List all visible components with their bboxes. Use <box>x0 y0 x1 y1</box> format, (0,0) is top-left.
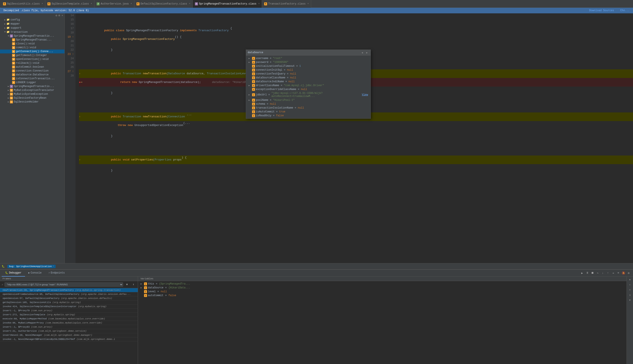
close-icon[interactable]: × <box>62 14 63 17</box>
popup-item-password[interactable]: ▶ i password = "19890506" <box>246 60 371 64</box>
resume-button[interactable]: ▶ <box>579 270 585 276</box>
copy-button[interactable]: ⬆ <box>131 282 136 287</box>
layout-icon[interactable]: ⊞ <box>59 14 60 17</box>
popup-eq-poolname: = <box>270 99 271 102</box>
sidebar-item-config[interactable]: ▶ 📁 config <box>0 18 65 22</box>
popup-item-conntestquery[interactable]: i connectionTestQuery = null <box>246 72 371 76</box>
sidebar-item-method-constructor[interactable]: m SpringManagedTransac... <box>0 38 65 42</box>
var-item-datasource[interactable]: ▶ i dataSource = {HikariData... <box>138 286 626 290</box>
filter-button[interactable]: ▼ <box>124 282 130 287</box>
sidebar-item-method-commit[interactable]: m commit():void <box>0 46 65 50</box>
popup-val-conntestquery: null <box>290 72 296 76</box>
tab-close-sqlsessionutils[interactable]: × <box>42 2 43 5</box>
popup-nav-forward[interactable]: ▶ <box>365 50 369 54</box>
stop-button[interactable]: ⏹ <box>590 270 595 276</box>
sidebar-item-field-connection[interactable]: f connection:Connection <box>0 69 65 73</box>
popup-item-datasourcejndi[interactable]: i dataSourceJndiName = null <box>246 80 371 84</box>
var-item-autocommit[interactable]: i autoCommit = false <box>138 294 626 298</box>
step-out-button[interactable]: ↑ <box>605 270 610 276</box>
frame-item-0[interactable]: newTransaction:39, SpringManagedTransact… <box>0 288 138 292</box>
gear-icon[interactable]: ⚙ <box>56 14 57 17</box>
debug-tab-debugger[interactable]: 🐛 Debugger <box>2 270 25 276</box>
popup-nav-back[interactable]: ◀ <box>360 50 364 54</box>
scroll-down-btn[interactable]: ▼ <box>628 298 632 302</box>
tab-close-authorservice[interactable]: × <box>131 2 132 5</box>
sidebar-item-method-openconnection[interactable]: m openConnection():void <box>0 57 65 61</box>
run-to-cursor-button[interactable]: ⇥ <box>610 270 616 276</box>
popup-item-isautocommit[interactable]: i isAutoCommit = true <box>246 110 371 114</box>
session-close[interactable]: × <box>53 265 54 268</box>
sidebar-item-mapper[interactable]: ▶ 📁 mapper <box>0 22 65 26</box>
step-over-button[interactable]: ↷ <box>595 270 600 276</box>
sidebar-item-method-close[interactable]: m close():void <box>0 42 65 46</box>
step-into-button[interactable]: ↓ <box>600 270 605 276</box>
scroll-info-btn[interactable]: ℹ <box>628 293 632 297</box>
popup-item-isreadonly[interactable]: i isReadOnly = false <box>246 114 371 118</box>
pause-button[interactable]: ⏸ <box>585 270 590 276</box>
popup-item-schema[interactable]: i schema = null <box>246 102 371 106</box>
frame-item-9[interactable]: insert:-1, $Proxy83 (com.sun.proxy) <box>0 325 138 329</box>
popup-item-conninitsql[interactable]: i connectionInitSql = null <box>246 68 371 72</box>
sidebar-item-springmanagedtransaction2[interactable]: ▶ I SpringManagedTransactio... <box>0 84 65 88</box>
popup-item-initfailtimeout[interactable]: i initializationFailTimeout = 1 <box>246 64 371 68</box>
frame-item-7[interactable]: execute:60, MyBatisMapperMethod (com.bao… <box>0 317 138 321</box>
choose-link[interactable]: Cho... <box>620 9 629 12</box>
frame-item-11[interactable]: insertNovel:28, NovelManager (com.mljk.s… <box>0 333 138 337</box>
frame-item-8[interactable]: invoke:96, MyBatisMapperProxy (com.baomi… <box>0 321 138 325</box>
frame-item-2[interactable]: openSession:57, DefaultSqlSessionFactory… <box>0 296 138 300</box>
sidebar-item-sqlsessionfactory[interactable]: ▶ C SqlSessionFactoryBean <box>0 96 65 100</box>
tab-close-sqlsessiontemplate[interactable]: × <box>91 2 92 5</box>
sidebar-item-sqlsessionholder[interactable]: ▶ C SqlSessionHolder <box>0 100 65 104</box>
sidebar-item-field-isconnection[interactable]: f isConnectionTransactio... <box>0 77 65 80</box>
scroll-copy-btn[interactable]: ⬆ <box>628 282 632 287</box>
frame-item-1[interactable]: openSessionFromDataSource:95, DefaultSql… <box>0 292 138 296</box>
debug-tab-console[interactable]: ▶ Console <box>25 270 45 276</box>
popup-val-jdbcurl-view[interactable]: View <box>362 93 368 96</box>
frame-item-6[interactable]: insert:272, SqlSessionTemplate (org.myba… <box>0 313 138 317</box>
mute-breakpoints-button[interactable]: 🔕 <box>621 270 626 276</box>
tab-sqlsessiontemplate[interactable]: C SqlSessionTemplate.class × <box>45 0 94 8</box>
sidebar-item-springmanagedtransaction[interactable]: ▼ I SpringManagedTransactio... <box>0 34 65 38</box>
settings-button[interactable]: ⚙ <box>626 270 631 276</box>
sidebar-item-mybatissystem[interactable]: ▶ C MyBatisSystemException <box>0 92 65 96</box>
tab-sqlsessionutils[interactable]: C SqlSessionUtils.class × <box>1 0 45 8</box>
var-item-level[interactable]: i level = null <box>138 290 626 294</box>
frame-item-4[interactable]: invoke:424, SqlSessionTemplate$SqlSessio… <box>0 304 138 309</box>
tab-close-transactionfactory[interactable]: × <box>307 2 309 5</box>
tab-close-springmanagedtransactionfactory[interactable]: × <box>258 2 260 5</box>
frame-item-12[interactable]: invoke:-1, NovelManager$$FastClassByCGLI… <box>0 337 138 342</box>
tab-defaultsqlsessionfactory[interactable]: C DefaultSqlSessionFactory.class × <box>134 0 193 8</box>
session-tab-springboot[interactable]: bug: SpringbootDemoApplication × <box>7 265 56 268</box>
scroll-up-btn[interactable]: ▲ <box>628 278 632 282</box>
scroll-filter-btn[interactable]: ≡ <box>628 288 632 292</box>
sidebar-item-mybatisexception[interactable]: ▶ C MyBatisExceptionTranslator <box>0 88 65 92</box>
popup-item-exceptionoverride[interactable]: i exceptionOverrideClassName = null <box>246 88 371 91</box>
kw-public-16: public <box>111 37 121 41</box>
sidebar-item-support[interactable]: ▶ 📁 support <box>0 26 65 30</box>
popup-item-jdbcurl[interactable]: ▶ i jdbcUrl = "jdbc:mysql://127.0.01:330… <box>246 91 371 98</box>
evaluate-button[interactable]: ≡ <box>616 270 621 276</box>
tab-close-defaultsqlsessionfactory[interactable]: × <box>189 2 190 5</box>
popup-item-username[interactable]: ▶ i username = "root" <box>246 56 371 60</box>
tab-transactionfactory[interactable]: C TransactionFactory.class × <box>262 0 311 8</box>
download-sources-link[interactable]: Download Sources <box>589 9 614 12</box>
sidebar-item-method-gettimeout[interactable]: m getTimeout():Integer <box>0 54 65 57</box>
popup-item-driverclassname[interactable]: ▶ i driverClassName = "com.mysql.cj.jdbc… <box>246 84 371 88</box>
sidebar-item-field-datasource[interactable]: f dataSource:DataSource <box>0 73 65 77</box>
sidebar-item-field-autocommit[interactable]: f autoCommit:boolean <box>0 65 65 69</box>
frame-item-3[interactable]: getSqlSession:105, SqlSessionUtils (org.… <box>0 300 138 304</box>
sidebar-item-method-rollback[interactable]: m rollback():void <box>0 61 65 65</box>
var-item-this[interactable]: ▶ i this = {SpringManagedTra... <box>138 282 626 286</box>
frame-item-5[interactable]: insert:-1, $Proxy79 (com.sun.proxy) <box>0 309 138 313</box>
sidebar-item-transaction[interactable]: ▼ 📁 transaction <box>0 30 65 34</box>
frame-item-10[interactable]: insert:21, AuthorService (com.mljk.sprin… <box>0 329 138 333</box>
sidebar-item-method-getconnection[interactable]: m getConnection():Conne... <box>0 50 65 54</box>
sidebar-item-field-logger[interactable]: f LOGGER:Logger <box>0 80 65 84</box>
thread-dropdown[interactable]: "http-nio-8081-exec-1"@7,712 in group "m… <box>5 282 123 287</box>
debug-tab-endpoints[interactable]: ⚡ Endpoints <box>45 270 68 276</box>
popup-item-poolname[interactable]: ▶ i poolName = "HikariPool-1" <box>246 98 371 102</box>
popup-item-datasourceclassname[interactable]: i dataSourceClassName = null <box>246 76 371 80</box>
tab-authorservice[interactable]: J AuthorService.java × <box>94 0 134 8</box>
popup-item-txisoname[interactable]: i transactionIsolationName = null <box>246 106 371 110</box>
tab-springmanagedtransactionfactory[interactable]: I SpringManagedTransactionFactory.class … <box>193 0 262 8</box>
